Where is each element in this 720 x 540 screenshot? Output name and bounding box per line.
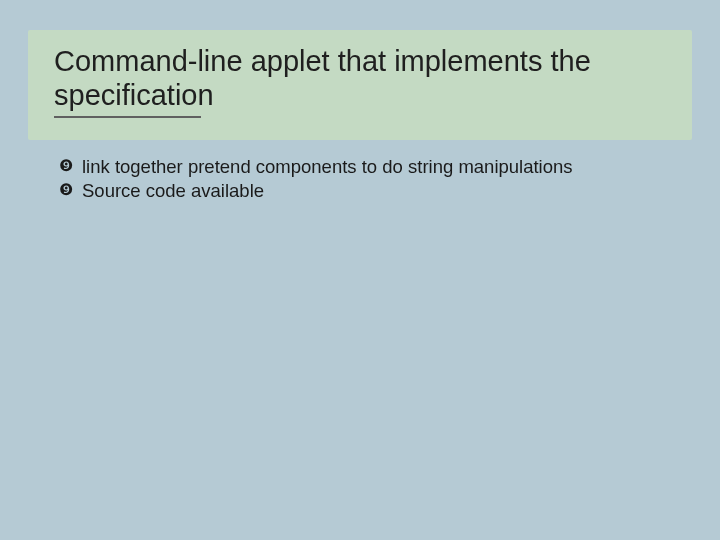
bullet-text: link together pretend components to do s… (82, 155, 573, 178)
bullet-icon: ❾ (58, 155, 74, 177)
bullet-text: Source code available (82, 179, 264, 202)
title-band: Command-line applet that implements the … (28, 30, 692, 140)
bullet-icon: ❾ (58, 179, 74, 201)
title-underline (54, 116, 201, 118)
body-area: ❾ link together pretend components to do… (58, 155, 678, 203)
list-item: ❾ link together pretend components to do… (58, 155, 678, 178)
list-item: ❾ Source code available (58, 179, 678, 202)
slide-title: Command-line applet that implements the … (54, 44, 666, 112)
